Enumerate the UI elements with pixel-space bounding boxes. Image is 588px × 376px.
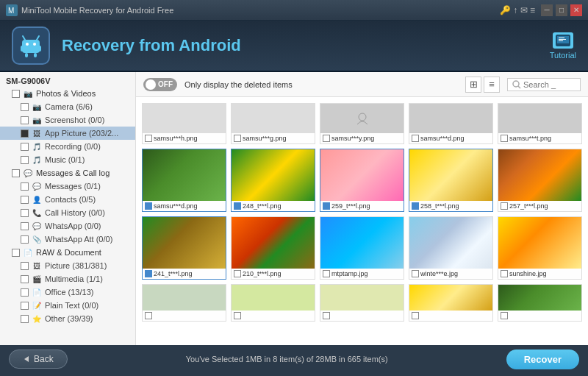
grid-item[interactable]: sunshine.jpg	[498, 216, 582, 280]
office-checkbox[interactable]	[21, 288, 29, 297]
item-checkbox[interactable]	[412, 312, 419, 319]
item-label: samsu***h.png	[143, 133, 226, 143]
item-checkbox[interactable]	[501, 312, 508, 319]
item-label: samsu***d.png	[143, 201, 226, 211]
sidebar-item-camera[interactable]: 📷 Camera (6/6)	[0, 100, 135, 113]
sidebar-photos-label: Photos & Videos	[36, 89, 96, 98]
grid-item[interactable]: samsu***d.png	[409, 103, 493, 144]
item-label: mtptamp.jpg	[320, 269, 404, 279]
recover-button[interactable]: Recover	[506, 350, 579, 369]
grid-item[interactable]: samsu***y.png	[320, 103, 404, 144]
item-checkbox[interactable]	[501, 202, 508, 210]
camera-checkbox[interactable]	[21, 103, 29, 111]
plaintext-checkbox[interactable]	[21, 302, 29, 310]
item-checkbox[interactable]	[323, 135, 330, 142]
grid-view-button[interactable]: ⊞	[465, 77, 481, 93]
item-checkbox[interactable]	[323, 202, 330, 210]
item-checkbox[interactable]	[412, 202, 419, 210]
grid-item[interactable]: samsu***h.png	[142, 103, 226, 144]
grid-item[interactable]: 259_t***l.png	[320, 149, 404, 212]
recording-checkbox[interactable]	[21, 143, 29, 151]
sidebar-item-whatsapp[interactable]: 💬 WhatsApp (0/0)	[0, 219, 135, 233]
music-checkbox[interactable]	[21, 156, 29, 164]
titlebar-controls: ─ □ ✕	[541, 4, 582, 16]
sidebar-category-photos[interactable]: 📷 Photos & Videos	[0, 87, 135, 100]
close-button[interactable]: ✕	[570, 4, 582, 16]
item-checkbox[interactable]	[234, 312, 241, 319]
sidebar-item-contacts[interactable]: 👤 Contacts (0/5)	[0, 193, 135, 206]
multimedia-checkbox[interactable]	[21, 275, 29, 283]
grid-item[interactable]	[320, 284, 404, 322]
camera-label: Camera (6/6)	[45, 102, 93, 111]
grid-item[interactable]: 210_t***l.png	[231, 216, 315, 280]
sidebar-item-whatsappatt[interactable]: 📎 WhatsApp Att (0/0)	[0, 233, 135, 246]
sidebar-item-music[interactable]: 🎵 Music (0/1)	[0, 153, 135, 166]
sidebar-raw-checkbox[interactable]	[12, 249, 20, 257]
whatsapp-label: WhatsApp (0/0)	[45, 221, 101, 230]
minimize-button[interactable]: ─	[541, 4, 553, 16]
sidebar-item-screenshot[interactable]: 📷 Screenshot (0/0)	[0, 113, 135, 127]
sidebar-item-plaintext[interactable]: 📝 Plain Text (0/0)	[0, 299, 135, 312]
grid-item[interactable]: 257_t***l.png	[498, 149, 582, 212]
sidebar-category-raw[interactable]: 📄 RAW & Document	[0, 246, 135, 259]
thumbnail	[320, 217, 404, 269]
grid-item[interactable]	[409, 284, 493, 322]
sidebar-item-office[interactable]: 📄 Office (13/13)	[0, 285, 135, 299]
deleted-items-toggle[interactable]: OFF	[143, 78, 177, 91]
grid-item[interactable]: 248_t***l.png	[231, 149, 315, 212]
item-checkbox[interactable]	[145, 312, 152, 319]
whatsapp-checkbox[interactable]	[21, 222, 29, 230]
sidebar-category-messages[interactable]: 💬 Messages & Call log	[0, 166, 135, 180]
other-checkbox[interactable]	[21, 315, 29, 323]
item-checkbox[interactable]	[501, 135, 508, 142]
grid-item[interactable]: mtptamp.jpg	[320, 216, 404, 280]
sidebar-item-callhistory[interactable]: 📞 Call History (0/0)	[0, 206, 135, 219]
back-button[interactable]: Back	[9, 350, 68, 369]
item-checkbox[interactable]	[501, 270, 508, 277]
item-checkbox[interactable]	[234, 270, 241, 277]
sidebar-item-recording[interactable]: 🎵 Recording (0/0)	[0, 140, 135, 153]
sidebar-item-picture[interactable]: 🖼 Picture (381/381)	[0, 259, 135, 272]
svg-line-17	[518, 86, 520, 88]
sidebar-item-messages[interactable]: 💬 Messages (0/1)	[0, 180, 135, 193]
grid-item[interactable]	[231, 284, 315, 322]
picture-checkbox[interactable]	[21, 262, 29, 270]
tutorial-button[interactable]: Tutorial	[550, 32, 576, 60]
grid-item[interactable]	[142, 284, 226, 322]
item-checkbox[interactable]	[234, 135, 241, 142]
messages-checkbox[interactable]	[21, 182, 29, 191]
thumbnail	[409, 285, 492, 311]
sidebar-messages-checkbox[interactable]	[12, 169, 20, 177]
item-checkbox[interactable]	[145, 202, 152, 210]
thumbnail	[232, 104, 315, 133]
grid-item[interactable]: 258_t***l.png	[409, 149, 493, 212]
screenshot-checkbox[interactable]	[21, 116, 29, 124]
grid-item[interactable]: samsu***d.png	[142, 149, 226, 212]
contacts-checkbox[interactable]	[21, 196, 29, 204]
list-view-button[interactable]: ≡	[484, 77, 500, 93]
sidebar-photos-checkbox[interactable]	[12, 90, 20, 98]
grid-item[interactable]: 241_t***l.png	[142, 216, 226, 280]
sidebar-item-multimedia[interactable]: 🎬 Multimedia (1/1)	[0, 272, 135, 285]
grid-item[interactable]: samsu***t.png	[498, 103, 582, 144]
item-checkbox[interactable]	[145, 270, 152, 277]
item-checkbox[interactable]	[145, 135, 152, 142]
grid-item[interactable]	[498, 284, 582, 322]
item-checkbox[interactable]	[412, 270, 419, 277]
whatsappatt-checkbox[interactable]	[21, 235, 29, 244]
item-label: sunshine.jpg	[498, 269, 581, 279]
maximize-button[interactable]: □	[556, 4, 567, 16]
item-checkbox[interactable]	[323, 312, 330, 319]
item-label: samsu***d.png	[409, 133, 492, 143]
search-input[interactable]	[523, 80, 575, 89]
grid-item[interactable]: samsu***g.png	[231, 103, 315, 144]
item-checkbox[interactable]	[323, 270, 330, 277]
apppicture-checkbox[interactable]	[21, 130, 29, 138]
sidebar-item-other[interactable]: ⭐ Other (39/39)	[0, 312, 135, 325]
grid-item[interactable]: winte***e.jpg	[409, 216, 493, 280]
item-checkbox[interactable]	[234, 202, 241, 210]
item-checkbox[interactable]	[412, 135, 419, 142]
callhistory-checkbox[interactable]	[21, 209, 29, 217]
sidebar-item-apppicture[interactable]: 🖼 App Picture (203/2...	[0, 127, 135, 140]
item-label: 259_t***l.png	[320, 201, 404, 211]
